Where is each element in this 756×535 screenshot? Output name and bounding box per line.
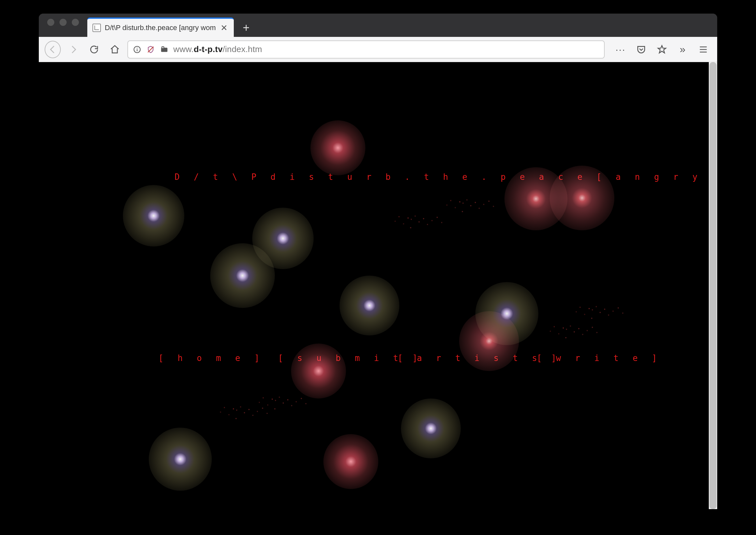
orb (310, 120, 365, 175)
spark-cluster (459, 201, 460, 203)
orb (475, 282, 538, 345)
site-info-icon[interactable] (133, 45, 142, 54)
page-title: D / t \ P d i s t u r b . t h e . p e a … (175, 172, 717, 182)
orb (149, 428, 212, 491)
orb (123, 185, 184, 246)
pocket-button[interactable] (633, 42, 649, 58)
forward-button[interactable] (65, 42, 81, 58)
nav-write[interactable]: [ w r i t e ] (537, 353, 662, 363)
vertical-scrollbar[interactable] (709, 62, 717, 509)
orb (291, 344, 346, 399)
spark-cluster (272, 399, 273, 400)
spark-cluster (407, 217, 409, 219)
page-viewport: D / t \ P d i s t u r b . t h e . p e a … (39, 62, 717, 509)
nav-home[interactable]: [ h o m e ] (158, 353, 264, 363)
url-bar[interactable]: www.d-t-p.tv/index.htm (127, 41, 605, 59)
orb (210, 243, 275, 308)
browser-window: D/t\P disturb.the.peace [angry wom ✕ + (39, 14, 717, 509)
spark-cluster (233, 408, 234, 409)
toolbar: www.d-t-p.tv/index.htm ··· » (39, 37, 717, 62)
tab-active[interactable]: D/t\P disturb.the.peace [angry wom ✕ (87, 17, 234, 37)
tab-favicon (93, 24, 101, 32)
app-menu-button[interactable] (695, 42, 711, 58)
tab-title: D/t\P disturb.the.peace [angry wom (105, 24, 216, 32)
permissions-icon[interactable] (160, 45, 169, 54)
window-controls (39, 19, 87, 32)
overflow-button[interactable]: » (675, 42, 691, 58)
page-actions-button[interactable]: ··· (612, 42, 629, 58)
scrollbar-thumb[interactable] (710, 62, 716, 509)
new-tab-button[interactable]: + (237, 19, 255, 37)
bookmark-button[interactable] (654, 42, 670, 58)
back-button[interactable] (45, 42, 61, 58)
maximize-window-button[interactable] (72, 19, 79, 26)
orb (252, 208, 314, 269)
home-button[interactable] (107, 42, 123, 58)
tab-close-button[interactable]: ✕ (220, 23, 229, 32)
orb (339, 276, 399, 335)
spark-cluster (588, 308, 590, 309)
nav-artists[interactable]: [ a r t i s t s ] (398, 353, 561, 363)
close-window-button[interactable] (47, 19, 54, 26)
url-text: www.d-t-p.tv/index.htm (173, 44, 262, 54)
tabstrip: D/t\P disturb.the.peace [angry wom ✕ + (87, 14, 717, 37)
titlebar: D/t\P disturb.the.peace [angry wom ✕ + (39, 14, 717, 37)
minimize-window-button[interactable] (60, 19, 67, 26)
tracking-protection-icon[interactable] (146, 45, 155, 54)
orb (323, 434, 378, 489)
orb (401, 399, 461, 458)
spark-cluster (563, 327, 564, 329)
svg-rect-3 (162, 46, 164, 48)
reload-button[interactable] (86, 42, 102, 58)
